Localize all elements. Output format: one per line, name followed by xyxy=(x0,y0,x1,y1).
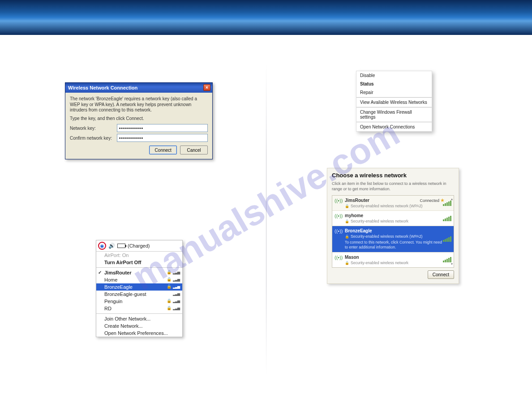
network-item-bronzeeagle[interactable]: BronzeEagle 🔒 ▂▃▅ xyxy=(96,283,182,291)
signal-icon: ▂▃▅ xyxy=(173,270,180,274)
dialog-desc-2: Type the key, and then click Connect. xyxy=(70,116,208,122)
column-divider xyxy=(266,63,266,376)
network-label: JimsRouter xyxy=(104,270,132,275)
lock-icon: 🔒 xyxy=(345,219,349,223)
connect-hint: To connect to this network, click Connec… xyxy=(345,240,444,249)
dialog-desc-1: The network 'BronzeEagle' requires a net… xyxy=(70,96,208,113)
network-label: BronzeEagle-guest xyxy=(104,291,146,297)
signal-icon: ▂▃▅ xyxy=(173,278,180,282)
page-banner xyxy=(0,0,532,35)
speaker-icon: 🔊 xyxy=(108,243,115,249)
lock-icon: 🔒 xyxy=(345,235,349,239)
network-label: Penguin xyxy=(104,299,122,304)
network-list: ((•)) JimsRouter Connected★ ▴ 🔒Security-… xyxy=(332,195,454,267)
menu-separator xyxy=(96,267,182,268)
choose-subtitle: Click an item in the list below to conne… xyxy=(332,181,454,192)
cancel-button[interactable]: Cancel xyxy=(180,146,208,154)
network-key-input[interactable] xyxy=(117,124,208,132)
signal-bars-icon xyxy=(443,216,451,221)
choose-title: Choose a wireless network xyxy=(332,172,454,179)
antenna-icon: ((•)) xyxy=(335,213,343,218)
connect-button[interactable]: Connect xyxy=(149,146,177,154)
create-network[interactable]: Create Network... xyxy=(96,322,182,330)
turn-airport-off[interactable]: Turn AirPort Off xyxy=(96,259,182,266)
airport-menu: ◉ 🔊 (Charged) AirPort: On Turn AirPort O… xyxy=(96,240,183,337)
security-label: 🔒Security-enabled wireless network xyxy=(345,261,444,265)
signal-icon: ▂▃▅ xyxy=(173,306,180,310)
confirm-key-label: Confirm network key: xyxy=(70,136,117,141)
wifi-icon: ◉ xyxy=(100,244,104,248)
join-other-network[interactable]: Join Other Network... xyxy=(96,315,182,322)
lock-icon: 🔒 xyxy=(167,299,172,303)
network-name: BronzeEagle xyxy=(345,228,444,233)
security-label: 🔒Security-enabled wireless network xyxy=(345,219,444,223)
signal-icon: ▂▃▅ xyxy=(173,299,180,303)
close-icon[interactable]: × xyxy=(203,84,210,91)
network-item-penguin[interactable]: Penguin 🔒 ▂▃▅ xyxy=(96,298,182,305)
ctx-disable[interactable]: Disable xyxy=(356,71,432,80)
signal-bars-icon xyxy=(443,236,451,242)
lock-icon: 🔒 xyxy=(167,270,172,274)
network-item-rd[interactable]: RD 🔒 ▂▃▅ xyxy=(96,305,182,312)
connected-badge: Connected★ xyxy=(420,197,445,203)
network-row-mason[interactable]: ((•)) Mason ▾ 🔒Security-enabled wireless… xyxy=(332,253,454,267)
battery-icon xyxy=(117,244,125,248)
confirm-key-input[interactable] xyxy=(117,134,208,142)
network-key-label: Network key: xyxy=(70,126,117,131)
dialog-title: Wireless Network Connection xyxy=(68,85,137,90)
network-label: RD xyxy=(104,306,112,311)
ctx-status[interactable]: Status xyxy=(356,80,432,88)
signal-icon: ▂▃▅ xyxy=(173,292,180,296)
lock-icon: 🔒 xyxy=(167,306,172,310)
network-name: Mason xyxy=(345,255,444,260)
lock-icon: 🔒 xyxy=(167,284,172,289)
network-name: myhome xyxy=(345,213,444,218)
lock-icon: 🔒 xyxy=(345,261,349,265)
tray-context-menu: Disable Status Repair View Available Wir… xyxy=(356,71,432,132)
menu-separator xyxy=(356,122,432,122)
signal-bars-icon xyxy=(443,201,451,206)
network-row-bronzeeagle[interactable]: ((•)) BronzeEagle 🔒Security-enabled wire… xyxy=(332,226,454,252)
menubar-status: ◉ 🔊 (Charged) xyxy=(96,240,182,252)
choose-network-panel: Choose a wireless network Click an item … xyxy=(327,168,459,284)
ctx-repair[interactable]: Repair xyxy=(356,88,432,97)
network-item-bronzeeagle-guest[interactable]: BronzeEagle-guest ▂▃▅ xyxy=(96,291,182,298)
antenna-icon: ((•)) xyxy=(335,228,343,234)
dialog-titlebar: Wireless Network Connection × xyxy=(65,83,212,93)
lock-icon: 🔒 xyxy=(345,204,349,208)
network-row-jimsrouter[interactable]: ((•)) JimsRouter Connected★ ▴ 🔒Security-… xyxy=(332,196,454,211)
checkmark-icon: ✓ xyxy=(98,270,102,275)
ctx-open-connections[interactable]: Open Network Connections xyxy=(356,123,432,131)
lock-icon: 🔒 xyxy=(167,277,172,282)
dialog-body: The network 'BronzeEagle' requires a net… xyxy=(65,93,212,159)
network-label: Home xyxy=(104,277,117,283)
ctx-view-networks[interactable]: View Available Wireless Networks xyxy=(356,98,432,107)
network-item-jimsrouter[interactable]: ✓ JimsRouter 🔒 ▂▃▅ xyxy=(96,269,182,276)
network-label: BronzeEagle xyxy=(104,284,133,290)
menu-separator xyxy=(356,97,432,98)
open-network-preferences[interactable]: Open Network Preferences... xyxy=(96,330,182,337)
signal-icon: ▂▃▅ xyxy=(173,285,180,289)
wireless-key-dialog: Wireless Network Connection × The networ… xyxy=(65,82,213,159)
antenna-icon: ((•)) xyxy=(335,255,343,260)
airport-status-label: AirPort: On xyxy=(96,252,182,259)
menu-separator xyxy=(356,107,432,107)
ctx-firewall[interactable]: Change Windows Firewall settings xyxy=(356,108,432,121)
antenna-icon: ((•)) xyxy=(335,198,343,203)
network-row-myhome[interactable]: ((•)) myhome 🔒Security-enabled wireless … xyxy=(332,211,454,226)
signal-bars-icon xyxy=(443,257,451,262)
security-label: 🔒Security-enabled wireless network (WPA2… xyxy=(345,234,444,239)
security-label: 🔒Security-enabled wireless network (WPA2… xyxy=(345,204,444,208)
charged-label: (Charged) xyxy=(128,243,150,248)
network-item-home[interactable]: Home 🔒 ▂▃▅ xyxy=(96,276,182,283)
menu-separator xyxy=(96,313,182,314)
connect-button[interactable]: Connect xyxy=(428,270,454,279)
airport-icon-circled: ◉ xyxy=(98,242,106,250)
